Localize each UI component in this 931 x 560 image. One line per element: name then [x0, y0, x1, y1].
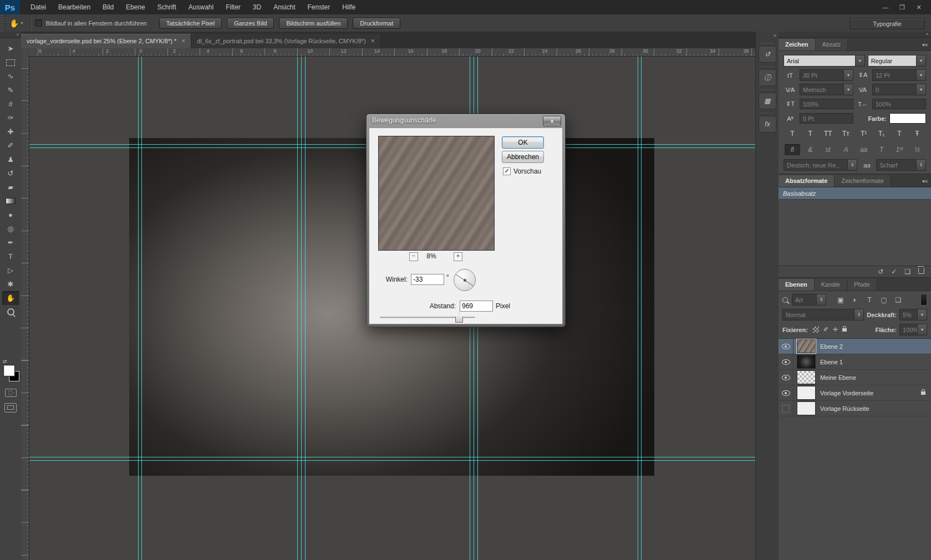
- layer-visibility-toggle[interactable]: [779, 354, 793, 369]
- dialog-close-button[interactable]: x: [543, 116, 561, 126]
- swatches-panel-icon[interactable]: ▦: [759, 93, 776, 109]
- ok-button[interactable]: OK: [502, 136, 544, 149]
- layer-row[interactable]: Meine Ebene: [779, 370, 931, 385]
- horizontal-ruler[interactable]: 642024681012141618202224262830323436: [29, 48, 755, 57]
- all-caps-button[interactable]: TT: [820, 128, 836, 139]
- history-panel-icon[interactable]: ↺: [759, 46, 776, 63]
- clear-overrides-icon[interactable]: ↺: [878, 268, 883, 276]
- spinner-icon[interactable]: ⇕: [916, 160, 925, 170]
- layer-visibility-toggle[interactable]: [779, 401, 793, 416]
- document-tab[interactable]: vorlage_vorderseite.psd bei 25% (Ebene 2…: [21, 34, 191, 48]
- faux-bold-button[interactable]: T: [785, 128, 800, 139]
- menu-item[interactable]: Auswahl: [182, 1, 220, 14]
- chevron-down-icon[interactable]: ▾: [916, 70, 925, 80]
- lock-pixels-icon[interactable]: ✐: [823, 326, 828, 333]
- guide-line-vertical[interactable]: [141, 56, 142, 560]
- fill-select[interactable]: 100% ▾: [899, 324, 927, 335]
- blur-preview[interactable]: [378, 136, 495, 251]
- collapse-panels-button[interactable]: »: [779, 32, 931, 38]
- layer-thumbnail[interactable]: [797, 339, 816, 353]
- panel-menu-icon[interactable]: ▾≡: [922, 179, 931, 187]
- guide-line-horizontal[interactable]: [29, 457, 755, 457]
- discretionary-ligatures-button[interactable]: st: [820, 144, 836, 155]
- antialias-select[interactable]: Scharf ⇕: [876, 159, 926, 171]
- layers-tab[interactable]: Kanäle: [815, 279, 847, 291]
- current-tool-indicator[interactable]: ✋ ▾: [5, 19, 27, 28]
- menu-item[interactable]: Bearbeiten: [52, 1, 96, 14]
- small-caps-button[interactable]: Tᴛ: [838, 128, 853, 139]
- redefine-style-icon[interactable]: ✓: [891, 268, 897, 276]
- options-button[interactable]: Druckformat: [353, 18, 400, 29]
- expand-panels-button[interactable]: «: [756, 32, 779, 39]
- guide-line-horizontal[interactable]: [29, 460, 755, 461]
- menu-item[interactable]: 3D: [247, 1, 267, 14]
- guide-line-vertical[interactable]: [638, 56, 638, 560]
- opacity-select[interactable]: 5% ▾: [899, 309, 927, 320]
- paragraph-style-item[interactable]: Basisabsatz: [779, 187, 931, 200]
- workspace-switcher[interactable]: Typografie: [849, 18, 925, 29]
- options-button[interactable]: Tatsächliche Pixel: [159, 18, 222, 29]
- chevron-down-icon[interactable]: ▾: [916, 55, 925, 66]
- horizontal-scale-field[interactable]: 100%: [872, 99, 926, 109]
- foreground-color-swatch[interactable]: [4, 365, 14, 376]
- close-icon[interactable]: ×: [181, 37, 185, 45]
- font-size-select[interactable]: 30 Pt ▾: [800, 69, 853, 81]
- filter-toggle-switch[interactable]: [920, 294, 927, 306]
- guide-line-vertical[interactable]: [641, 56, 642, 560]
- menu-item[interactable]: Ebene: [120, 1, 151, 14]
- ordinals-button[interactable]: 1ˢᵗ: [892, 144, 907, 155]
- chevron-down-icon[interactable]: ▾: [917, 309, 927, 320]
- tab-absatz[interactable]: Absatz: [816, 39, 848, 50]
- info-panel-icon[interactable]: ⓘ: [759, 69, 776, 86]
- new-style-icon[interactable]: ❏: [904, 268, 910, 276]
- menu-item[interactable]: Fenster: [302, 1, 337, 14]
- styles-panel-icon[interactable]: fx: [759, 116, 776, 133]
- guide-line-vertical[interactable]: [138, 56, 139, 560]
- lock-all-icon[interactable]: [842, 328, 847, 332]
- angle-dial[interactable]: [454, 269, 476, 291]
- subscript-button[interactable]: T₁: [874, 128, 889, 139]
- fractions-button[interactable]: ½: [909, 144, 925, 155]
- filter-smart-objects-icon[interactable]: ❏: [892, 294, 904, 305]
- brush-tool[interactable]: ✐: [2, 139, 19, 152]
- eraser-tool[interactable]: ▰: [2, 180, 19, 194]
- layer-thumbnail[interactable]: [797, 370, 816, 384]
- filter-type-layers-icon[interactable]: T: [863, 294, 876, 305]
- blur-tool[interactable]: ●: [2, 208, 19, 222]
- layer-row[interactable]: Ebene 2: [779, 339, 931, 354]
- font-style-select[interactable]: Regular ▾: [868, 55, 926, 67]
- blend-mode-select[interactable]: Normal ⇕: [782, 309, 864, 320]
- leading-select[interactable]: 12 Pt ▾: [872, 69, 926, 81]
- zoom-tool[interactable]: [2, 305, 19, 319]
- zoom-out-button[interactable]: −: [409, 252, 418, 261]
- menu-item[interactable]: Schrift: [151, 1, 182, 14]
- options-button[interactable]: Bildschirm ausfüllen: [279, 18, 348, 29]
- distance-input[interactable]: [460, 301, 493, 312]
- healing-brush-tool[interactable]: ✚: [2, 125, 19, 139]
- underline-button[interactable]: T: [892, 128, 907, 139]
- lock-transparency-icon[interactable]: [813, 327, 819, 333]
- chevron-down-icon[interactable]: ▾: [917, 324, 927, 335]
- delete-style-icon[interactable]: [918, 268, 924, 276]
- chevron-down-icon[interactable]: ▾: [855, 55, 864, 66]
- slider-thumb[interactable]: [455, 313, 463, 323]
- swap-colors-icon[interactable]: ⇄: [0, 359, 7, 364]
- lasso-tool[interactable]: ∿: [2, 69, 19, 83]
- angle-input[interactable]: [411, 274, 444, 285]
- strikethrough-button[interactable]: Ŧ: [909, 128, 925, 139]
- layers-tab[interactable]: Ebenen: [779, 279, 815, 291]
- menu-item[interactable]: Ansicht: [267, 1, 301, 14]
- zoom-in-button[interactable]: +: [454, 252, 462, 261]
- close-icon[interactable]: ×: [371, 37, 375, 45]
- ornaments-button[interactable]: T: [874, 144, 889, 155]
- screen-mode-button[interactable]: [4, 403, 17, 413]
- layer-thumbnail[interactable]: [797, 401, 816, 415]
- crop-tool[interactable]: #: [2, 97, 19, 111]
- menu-item[interactable]: Hilfe: [336, 1, 362, 14]
- lock-position-icon[interactable]: ✛: [833, 326, 838, 333]
- guide-line-vertical[interactable]: [301, 56, 302, 560]
- path-selection-tool[interactable]: ▷: [2, 263, 19, 277]
- eyedropper-tool[interactable]: ✑: [2, 111, 19, 125]
- tab-zeichen[interactable]: Zeichen: [779, 39, 816, 50]
- vertical-ruler[interactable]: 420246810121416182022: [21, 56, 29, 560]
